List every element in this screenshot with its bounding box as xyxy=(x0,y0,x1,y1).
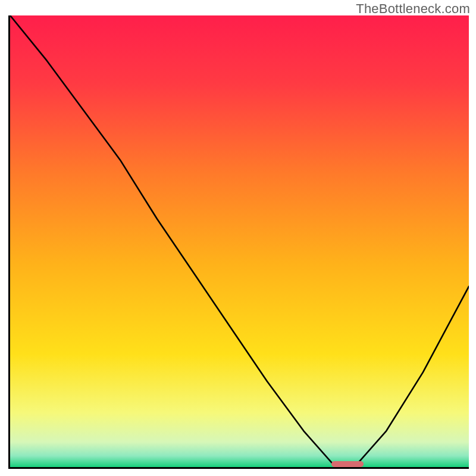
chart-frame: TheBottleneck.com xyxy=(0,0,476,476)
watermark-text: TheBottleneck.com xyxy=(356,1,470,17)
plot-area xyxy=(8,15,469,469)
bottleneck-curve xyxy=(10,15,469,467)
optimum-marker xyxy=(331,461,364,467)
